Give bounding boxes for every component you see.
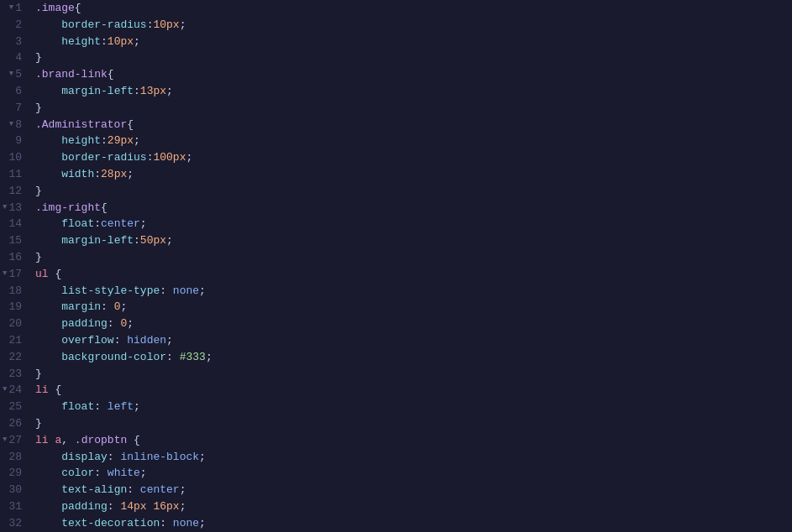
token-semicolon: ; [199, 283, 206, 300]
token-brace: { [49, 382, 62, 399]
token-semicolon: ; [180, 482, 186, 498]
token-property: margin-left [61, 232, 134, 249]
token-semicolon: ; [206, 349, 212, 366]
token-semicolon: ; [166, 83, 173, 100]
token-brace: { [49, 266, 62, 283]
code-line-22: background-color: #333; [35, 349, 792, 366]
code-line-16: } [35, 249, 792, 266]
token-property: margin [61, 299, 101, 316]
code-line-24: li { [35, 382, 792, 399]
line-number-9: 9 [0, 133, 25, 149]
token-property: display [61, 449, 108, 466]
token-property: padding [61, 316, 108, 332]
code-line-10: border-radius:100px; [35, 149, 792, 166]
line-number-19: 19 [0, 299, 25, 316]
token-value-kw: inline-block [120, 449, 199, 466]
token-property: width [61, 166, 94, 183]
code-line-19: margin: 0; [35, 299, 792, 316]
token-colon: : [108, 316, 121, 332]
token-value-kw: none [173, 283, 199, 300]
token-brace: } [35, 366, 42, 383]
token-property: float [61, 399, 94, 415]
line-number-17: ▼17 [0, 266, 25, 283]
token-colon: : [94, 216, 101, 232]
token-colon: : [134, 83, 140, 100]
token-value-num: 10px [153, 17, 179, 34]
code-line-17: ul { [35, 266, 792, 283]
token-selector: .brand-link [35, 66, 108, 83]
token-brace: } [35, 100, 42, 117]
token-brace: { [127, 432, 140, 449]
token-value-kw: center [140, 482, 180, 498]
line-number-13: ▼13 [0, 200, 25, 216]
code-editor: ▼1234▼567▼89101112▼13141516▼171819202122… [0, 0, 792, 532]
token-semicolon: ; [127, 316, 134, 332]
token-semicolon: ; [134, 133, 140, 149]
token-semicolon: ; [199, 449, 206, 466]
line-number-15: 15 [0, 232, 25, 249]
token-value-kw: left [108, 399, 134, 415]
token-colon: : [147, 17, 154, 34]
token-brace: } [35, 415, 42, 432]
code-line-23: } [35, 366, 792, 383]
token-value-num: 0 [114, 299, 121, 316]
token-semicolon: ; [166, 232, 173, 249]
line-number-2: 2 [0, 17, 25, 34]
line-number-7: 7 [0, 100, 25, 117]
line-number-14: 14 [0, 216, 25, 232]
line-number-4: 4 [0, 50, 25, 66]
line-number-30: 30 [0, 482, 25, 498]
token-colon: : [114, 332, 128, 349]
code-line-3: height:10px; [35, 34, 792, 50]
token-property: float [61, 216, 94, 232]
line-number-25: 25 [0, 399, 25, 415]
code-line-21: overflow: hidden; [35, 332, 792, 349]
code-line-26: } [35, 415, 792, 432]
code-line-32: text-decoration: none; [35, 515, 792, 532]
token-value-num: 13px [140, 83, 166, 100]
token-brace: } [35, 50, 42, 66]
token-value-num: 50px [140, 232, 166, 249]
line-number-20: 20 [0, 316, 25, 332]
token-selector: .img-right [35, 200, 101, 216]
token-colon: : [108, 449, 121, 466]
token-value-kw: white [108, 465, 140, 482]
token-brace: { [108, 66, 114, 83]
token-property: height [61, 133, 101, 149]
line-number-32: 32 [0, 515, 25, 532]
token-brace: } [35, 249, 42, 266]
token-brace: { [127, 117, 134, 133]
token-brace: { [75, 0, 81, 17]
token-value-kw: none [173, 515, 199, 532]
token-colon: : [147, 149, 154, 166]
line-number-21: 21 [0, 332, 25, 349]
code-line-5: .brand-link{ [35, 66, 792, 83]
token-value-kw: center [101, 216, 140, 232]
code-line-12: } [35, 183, 792, 200]
line-number-24: ▼24 [0, 382, 25, 399]
code-line-14: float:center; [35, 216, 792, 232]
code-line-9: height:29px; [35, 133, 792, 149]
line-number-27: ▼27 [0, 432, 25, 449]
token-colon: : [94, 399, 108, 415]
token-property: background-color [61, 349, 166, 366]
line-number-22: 22 [0, 349, 25, 366]
token-property: padding [61, 498, 108, 515]
token-semicolon: ; [180, 17, 186, 34]
token-semicolon: ; [120, 299, 127, 316]
token-property: height [61, 34, 101, 50]
code-line-29: color: white; [35, 465, 792, 482]
token-value-num: 29px [108, 133, 134, 149]
token-semicolon: ; [166, 332, 173, 349]
line-number-1: ▼1 [0, 0, 25, 17]
token-brace: , [61, 432, 75, 449]
token-colon: : [166, 349, 180, 366]
token-tag: li [35, 382, 49, 399]
code-line-13: .img-right{ [35, 200, 792, 216]
token-property: border-radius [61, 17, 146, 34]
token-selector: .Administrator [35, 117, 127, 133]
token-tag: li a [35, 432, 61, 449]
code-area[interactable]: .image{ border-radius:10px; height:10px;… [32, 0, 792, 532]
token-value-num: 28px [101, 166, 127, 183]
token-property: list-style-type [61, 283, 160, 300]
